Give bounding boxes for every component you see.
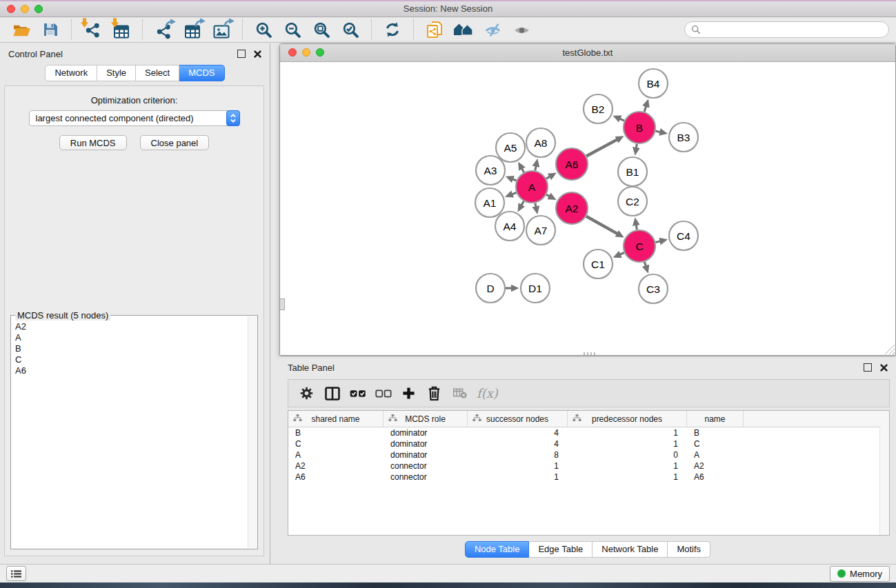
graph-edge-C-C4[interactable]	[655, 241, 661, 243]
graph-node-A5[interactable]: A5	[496, 133, 525, 162]
table-cell[interactable]: C	[288, 439, 384, 449]
graph-node-A3[interactable]: A3	[476, 156, 505, 185]
export-network-button[interactable]	[149, 19, 178, 41]
graph-edge-B-B2[interactable]	[619, 119, 624, 121]
table-cell[interactable]: B	[288, 428, 384, 438]
graph-node-B2[interactable]: B2	[584, 94, 613, 123]
close-panel-button[interactable]: Close panel	[140, 135, 210, 150]
graph-node-A[interactable]: A	[516, 171, 548, 203]
table-row[interactable]: A2connector11A2	[288, 460, 889, 472]
graph-edge-B-B3[interactable]	[655, 131, 660, 132]
graph-node-B[interactable]: B	[624, 112, 655, 143]
task-history-button[interactable]	[6, 566, 26, 581]
zoom-fit-button[interactable]	[307, 19, 336, 41]
import-network-button[interactable]	[78, 19, 107, 41]
mcds-result-item[interactable]: B	[15, 343, 244, 354]
float-panel-button[interactable]	[237, 50, 246, 58]
network-zoom-button[interactable]	[316, 48, 324, 57]
mcds-result-item[interactable]: A	[15, 332, 244, 343]
table-row[interactable]: A6connector11A6	[288, 472, 889, 483]
graph-edge-B-B1[interactable]	[636, 144, 637, 149]
table-cell[interactable]: A2	[288, 461, 384, 471]
graph-edge-A6-B[interactable]	[586, 139, 617, 156]
graph-edge-A-A6[interactable]	[546, 176, 550, 179]
graph-edge-B-B4[interactable]	[644, 105, 646, 112]
run-mcds-button[interactable]: Run MCDS	[59, 135, 127, 150]
table-row[interactable]: Bdominator41B	[288, 427, 889, 438]
mcds-result-item[interactable]: A2	[15, 321, 244, 332]
column-header-shared-name[interactable]: shared name	[288, 411, 384, 427]
table-cell[interactable]: connector	[384, 461, 468, 471]
memory-button[interactable]: Memory	[830, 566, 890, 582]
column-header-MCDS-role[interactable]: MCDS role	[384, 411, 468, 427]
graph-edge-A-A8[interactable]	[535, 165, 536, 170]
table-cell[interactable]: A	[687, 450, 744, 460]
table-row[interactable]: Adominator80A	[288, 449, 889, 460]
delete-columns-icon[interactable]	[421, 383, 447, 405]
function-builder-button[interactable]: f(x)	[472, 386, 502, 401]
tab-network[interactable]: Network	[45, 65, 97, 81]
result-list-scrollbar[interactable]	[248, 316, 257, 548]
table-cell[interactable]: 4	[468, 439, 568, 449]
graph-node-A1[interactable]: A1	[475, 188, 504, 217]
graph-node-B3[interactable]: B3	[669, 123, 698, 152]
save-session-button[interactable]	[36, 19, 65, 41]
graph-edge-A-A5[interactable]	[521, 168, 524, 172]
deselect-all-checkboxes-icon[interactable]	[370, 383, 396, 405]
table-cell[interactable]: dominator	[384, 428, 468, 438]
graph-node-A7[interactable]: A7	[526, 216, 555, 245]
column-header-name[interactable]: name	[687, 411, 744, 427]
table-cell[interactable]: 4	[468, 428, 568, 438]
float-table-panel-button[interactable]	[864, 363, 872, 372]
table-tab-network-table[interactable]: Network Table	[593, 541, 668, 558]
graph-edge-C-C2[interactable]	[636, 225, 637, 230]
network-canvas[interactable]: B4B2BB3A8A5A6A3B1AA1C2A2A4A7C4CC1C3DD1	[280, 62, 895, 355]
tab-mcds[interactable]: MCDS	[179, 65, 224, 81]
table-cell[interactable]: A	[288, 450, 384, 460]
table-cell[interactable]: A6	[687, 472, 744, 482]
search-input[interactable]	[704, 24, 882, 36]
table-tab-edge-table[interactable]: Edge Table	[529, 541, 593, 558]
graph-node-A4[interactable]: A4	[495, 212, 524, 241]
table-scrollbar[interactable]	[879, 427, 889, 535]
tab-style[interactable]: Style	[97, 65, 136, 81]
tab-select[interactable]: Select	[136, 65, 179, 81]
graph-node-D[interactable]: D	[476, 274, 505, 303]
table-tab-node-table[interactable]: Node Table	[465, 541, 530, 558]
column-header-predecessor-nodes[interactable]: predecessor nodes	[568, 411, 687, 427]
column-layout-icon[interactable]	[319, 383, 345, 405]
table-cell[interactable]: C	[687, 439, 744, 449]
add-column-icon[interactable]	[396, 383, 421, 405]
graph-edge-C-C3[interactable]	[644, 262, 646, 267]
graph-node-D1[interactable]: D1	[521, 274, 550, 303]
graph-edge-A-A2[interactable]	[546, 194, 550, 196]
delete-table-icon[interactable]	[447, 383, 472, 405]
import-table-button[interactable]	[107, 19, 136, 41]
table-cell[interactable]: B	[687, 428, 744, 438]
close-window-button[interactable]	[7, 5, 15, 13]
minimize-window-button[interactable]	[21, 5, 29, 13]
table-cell[interactable]: 0	[568, 450, 687, 460]
export-table-button[interactable]	[178, 19, 207, 41]
graph-node-A6[interactable]: A6	[556, 148, 588, 180]
graph-edge-A-A3[interactable]	[512, 179, 517, 181]
network-minimize-button[interactable]	[302, 48, 310, 57]
table-cell[interactable]: 1	[468, 461, 568, 471]
graph-node-C3[interactable]: C3	[639, 274, 668, 303]
graph-edge-A-A7[interactable]	[535, 203, 536, 207]
table-cell[interactable]: 1	[568, 439, 687, 449]
hide-selected-button[interactable]	[478, 19, 507, 41]
new-network-from-selection-button[interactable]	[420, 19, 449, 41]
zoom-selected-button[interactable]	[336, 19, 365, 41]
canvas-bottom-handle[interactable]	[584, 352, 597, 355]
canvas-side-handle[interactable]	[280, 298, 285, 310]
table-cell[interactable]: dominator	[384, 439, 468, 449]
graph-edge-A2-C[interactable]	[586, 216, 618, 234]
graph-node-C[interactable]: C	[624, 230, 655, 262]
table-cell[interactable]: 1	[568, 461, 687, 471]
table-cell[interactable]: dominator	[384, 450, 468, 460]
graph-node-A8[interactable]: A8	[526, 128, 555, 157]
zoom-out-button[interactable]	[278, 19, 307, 41]
mcds-result-item[interactable]: A6	[15, 365, 244, 376]
network-close-button[interactable]	[288, 48, 297, 57]
